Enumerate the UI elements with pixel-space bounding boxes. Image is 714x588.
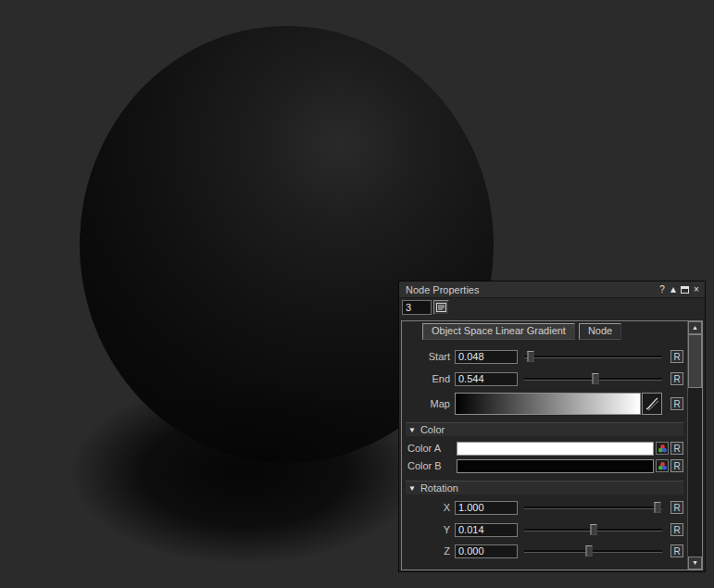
help-icon[interactable]: ? bbox=[657, 283, 668, 296]
list-icon bbox=[436, 303, 446, 312]
end-label: End bbox=[406, 373, 450, 384]
start-row: Start R bbox=[406, 348, 683, 365]
rgb-picker-icon bbox=[658, 444, 668, 454]
slider-handle[interactable] bbox=[593, 373, 599, 384]
color-b-swatch[interactable] bbox=[457, 459, 654, 473]
slider-handle[interactable] bbox=[591, 524, 597, 535]
color-section-label: Color bbox=[420, 424, 445, 435]
collapse-triangle-icon: ▼ bbox=[408, 484, 416, 493]
properties-form: Object Space Linear Gradient Node Start … bbox=[401, 320, 703, 570]
slider-handle[interactable] bbox=[528, 351, 534, 362]
start-value-field[interactable] bbox=[455, 350, 518, 364]
tab-node[interactable]: Node bbox=[579, 323, 621, 340]
tab-object-space-linear-gradient[interactable]: Object Space Linear Gradient bbox=[422, 323, 575, 340]
y-slider[interactable] bbox=[524, 522, 662, 537]
node-index-field[interactable] bbox=[402, 300, 432, 315]
edit-gradient-button[interactable] bbox=[642, 393, 662, 415]
x-label: X bbox=[406, 502, 450, 513]
map-row: Map R bbox=[406, 392, 683, 416]
x-value-field[interactable] bbox=[455, 501, 518, 515]
end-reset-button[interactable]: R bbox=[670, 372, 683, 385]
close-icon[interactable]: × bbox=[691, 283, 702, 296]
scroll-down-button[interactable]: ▼ bbox=[688, 557, 702, 569]
end-row: End R bbox=[406, 370, 683, 387]
sphere-shadow bbox=[72, 382, 417, 563]
gradient-preview[interactable] bbox=[455, 393, 641, 415]
node-picker-button[interactable] bbox=[433, 300, 449, 315]
color-a-reset-button[interactable]: R bbox=[670, 442, 683, 455]
form-tabs: Object Space Linear Gradient Node bbox=[422, 323, 621, 340]
color-a-picker-button[interactable] bbox=[656, 442, 669, 455]
panel-title: Node Properties bbox=[399, 284, 480, 295]
slider-handle[interactable] bbox=[586, 545, 593, 557]
slider-track bbox=[524, 356, 662, 358]
slider-track bbox=[524, 550, 662, 553]
x-slider[interactable] bbox=[524, 500, 662, 515]
slider-track bbox=[524, 507, 662, 509]
rollup-icon[interactable]: ▲ bbox=[668, 283, 679, 296]
map-reset-button[interactable]: R bbox=[670, 397, 683, 410]
color-b-row: Color B R bbox=[406, 457, 683, 474]
scroll-up-button[interactable]: ▲ bbox=[688, 321, 702, 334]
rotation-section-label: Rotation bbox=[420, 482, 458, 494]
z-slider[interactable] bbox=[524, 544, 662, 558]
end-value-field[interactable] bbox=[455, 372, 518, 386]
color-b-label: Color B bbox=[406, 460, 452, 471]
color-a-row: Color A R bbox=[406, 440, 683, 457]
color-a-swatch[interactable] bbox=[457, 442, 654, 456]
y-label: Y bbox=[406, 524, 450, 535]
z-reset-button[interactable]: R bbox=[670, 544, 683, 557]
scrollbar-thumb[interactable] bbox=[688, 334, 702, 388]
y-reset-button[interactable]: R bbox=[670, 523, 683, 536]
end-slider[interactable] bbox=[524, 371, 662, 386]
start-reset-button[interactable]: R bbox=[670, 350, 683, 363]
start-label: Start bbox=[406, 351, 450, 362]
slider-handle[interactable] bbox=[654, 502, 660, 513]
map-label: Map bbox=[406, 398, 450, 409]
y-value-field[interactable] bbox=[455, 523, 518, 537]
color-b-picker-button[interactable] bbox=[656, 459, 669, 472]
start-slider[interactable] bbox=[524, 349, 662, 364]
color-section-header[interactable]: ▼ Color bbox=[406, 422, 683, 436]
rotation-section-header[interactable]: ▼ Rotation bbox=[406, 481, 683, 494]
rotation-y-row: Y R bbox=[406, 521, 683, 538]
rotation-z-row: Z R bbox=[406, 543, 683, 559]
titlebar-icons: ? ▲ × bbox=[657, 283, 705, 296]
curve-icon bbox=[645, 395, 659, 412]
panel-titlebar[interactable]: Node Properties ? ▲ × bbox=[399, 281, 705, 298]
z-label: Z bbox=[406, 545, 450, 557]
z-value-field[interactable] bbox=[455, 544, 518, 558]
panel-scrollbar[interactable]: ▲ ▼ bbox=[687, 321, 702, 569]
node-selector-row bbox=[402, 300, 449, 315]
rgb-picker-icon bbox=[658, 461, 668, 471]
restore-window-icon[interactable] bbox=[681, 286, 689, 294]
color-b-reset-button[interactable]: R bbox=[670, 459, 683, 472]
node-properties-panel: Node Properties ? ▲ × Object Space Linea… bbox=[398, 281, 706, 572]
rotation-x-row: X R bbox=[406, 499, 683, 516]
color-a-label: Color A bbox=[406, 443, 452, 454]
collapse-triangle-icon: ▼ bbox=[408, 426, 416, 434]
x-reset-button[interactable]: R bbox=[670, 501, 683, 514]
